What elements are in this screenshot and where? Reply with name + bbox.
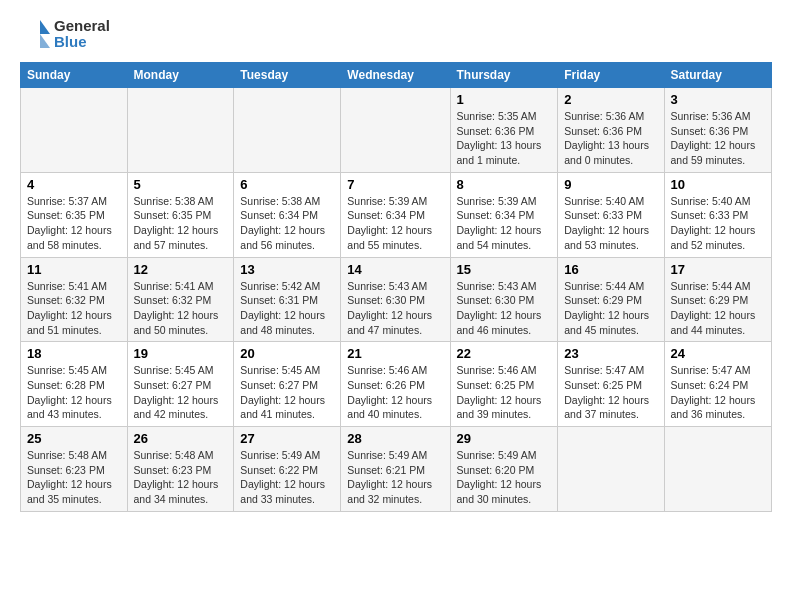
day-info: Sunrise: 5:41 AM Sunset: 6:32 PM Dayligh… — [27, 279, 121, 338]
day-info: Sunrise: 5:47 AM Sunset: 6:25 PM Dayligh… — [564, 363, 657, 422]
day-number: 24 — [671, 346, 765, 361]
day-number: 9 — [564, 177, 657, 192]
logo-text-general: General — [54, 18, 110, 35]
calendar-day-cell: 16Sunrise: 5:44 AM Sunset: 6:29 PM Dayli… — [558, 257, 664, 342]
day-info: Sunrise: 5:45 AM Sunset: 6:27 PM Dayligh… — [240, 363, 334, 422]
day-number: 14 — [347, 262, 443, 277]
calendar-day-cell: 24Sunrise: 5:47 AM Sunset: 6:24 PM Dayli… — [664, 342, 771, 427]
calendar-day-cell: 23Sunrise: 5:47 AM Sunset: 6:25 PM Dayli… — [558, 342, 664, 427]
calendar-day-cell: 1Sunrise: 5:35 AM Sunset: 6:36 PM Daylig… — [450, 88, 558, 173]
logo-icon — [20, 16, 52, 52]
calendar-week-row: 25Sunrise: 5:48 AM Sunset: 6:23 PM Dayli… — [21, 427, 772, 512]
day-number: 27 — [240, 431, 334, 446]
calendar-day-cell — [558, 427, 664, 512]
calendar-day-cell: 29Sunrise: 5:49 AM Sunset: 6:20 PM Dayli… — [450, 427, 558, 512]
calendar-day-cell: 8Sunrise: 5:39 AM Sunset: 6:34 PM Daylig… — [450, 172, 558, 257]
calendar-day-cell: 27Sunrise: 5:49 AM Sunset: 6:22 PM Dayli… — [234, 427, 341, 512]
day-number: 21 — [347, 346, 443, 361]
svg-marker-0 — [40, 20, 50, 34]
calendar-day-cell: 20Sunrise: 5:45 AM Sunset: 6:27 PM Dayli… — [234, 342, 341, 427]
day-number: 23 — [564, 346, 657, 361]
calendar-header-row: SundayMondayTuesdayWednesdayThursdayFrid… — [21, 63, 772, 88]
calendar-day-header: Wednesday — [341, 63, 450, 88]
calendar-day-cell: 25Sunrise: 5:48 AM Sunset: 6:23 PM Dayli… — [21, 427, 128, 512]
calendar-day-cell — [127, 88, 234, 173]
day-info: Sunrise: 5:47 AM Sunset: 6:24 PM Dayligh… — [671, 363, 765, 422]
day-info: Sunrise: 5:40 AM Sunset: 6:33 PM Dayligh… — [671, 194, 765, 253]
svg-marker-1 — [40, 34, 50, 48]
day-info: Sunrise: 5:49 AM Sunset: 6:20 PM Dayligh… — [457, 448, 552, 507]
day-info: Sunrise: 5:48 AM Sunset: 6:23 PM Dayligh… — [27, 448, 121, 507]
calendar-day-header: Thursday — [450, 63, 558, 88]
calendar-day-header: Tuesday — [234, 63, 341, 88]
calendar-day-cell: 21Sunrise: 5:46 AM Sunset: 6:26 PM Dayli… — [341, 342, 450, 427]
calendar-day-cell: 17Sunrise: 5:44 AM Sunset: 6:29 PM Dayli… — [664, 257, 771, 342]
day-info: Sunrise: 5:44 AM Sunset: 6:29 PM Dayligh… — [671, 279, 765, 338]
calendar-day-cell: 4Sunrise: 5:37 AM Sunset: 6:35 PM Daylig… — [21, 172, 128, 257]
day-info: Sunrise: 5:39 AM Sunset: 6:34 PM Dayligh… — [347, 194, 443, 253]
day-number: 15 — [457, 262, 552, 277]
day-info: Sunrise: 5:36 AM Sunset: 6:36 PM Dayligh… — [671, 109, 765, 168]
day-info: Sunrise: 5:49 AM Sunset: 6:22 PM Dayligh… — [240, 448, 334, 507]
calendar-week-row: 4Sunrise: 5:37 AM Sunset: 6:35 PM Daylig… — [21, 172, 772, 257]
calendar-day-cell: 9Sunrise: 5:40 AM Sunset: 6:33 PM Daylig… — [558, 172, 664, 257]
day-number: 18 — [27, 346, 121, 361]
calendar-day-cell — [664, 427, 771, 512]
day-info: Sunrise: 5:46 AM Sunset: 6:25 PM Dayligh… — [457, 363, 552, 422]
calendar-day-cell: 19Sunrise: 5:45 AM Sunset: 6:27 PM Dayli… — [127, 342, 234, 427]
day-info: Sunrise: 5:43 AM Sunset: 6:30 PM Dayligh… — [457, 279, 552, 338]
calendar-day-cell: 15Sunrise: 5:43 AM Sunset: 6:30 PM Dayli… — [450, 257, 558, 342]
calendar-day-cell: 11Sunrise: 5:41 AM Sunset: 6:32 PM Dayli… — [21, 257, 128, 342]
calendar-week-row: 18Sunrise: 5:45 AM Sunset: 6:28 PM Dayli… — [21, 342, 772, 427]
calendar-day-cell: 26Sunrise: 5:48 AM Sunset: 6:23 PM Dayli… — [127, 427, 234, 512]
day-info: Sunrise: 5:43 AM Sunset: 6:30 PM Dayligh… — [347, 279, 443, 338]
day-info: Sunrise: 5:40 AM Sunset: 6:33 PM Dayligh… — [564, 194, 657, 253]
day-number: 13 — [240, 262, 334, 277]
day-number: 16 — [564, 262, 657, 277]
calendar-day-header: Monday — [127, 63, 234, 88]
day-number: 10 — [671, 177, 765, 192]
day-info: Sunrise: 5:48 AM Sunset: 6:23 PM Dayligh… — [134, 448, 228, 507]
day-number: 5 — [134, 177, 228, 192]
calendar-day-cell: 10Sunrise: 5:40 AM Sunset: 6:33 PM Dayli… — [664, 172, 771, 257]
calendar-day-cell: 13Sunrise: 5:42 AM Sunset: 6:31 PM Dayli… — [234, 257, 341, 342]
logo: General Blue — [20, 16, 110, 52]
day-number: 2 — [564, 92, 657, 107]
page-header: General Blue — [20, 16, 772, 52]
calendar-week-row: 1Sunrise: 5:35 AM Sunset: 6:36 PM Daylig… — [21, 88, 772, 173]
day-info: Sunrise: 5:41 AM Sunset: 6:32 PM Dayligh… — [134, 279, 228, 338]
calendar-day-cell: 12Sunrise: 5:41 AM Sunset: 6:32 PM Dayli… — [127, 257, 234, 342]
calendar-week-row: 11Sunrise: 5:41 AM Sunset: 6:32 PM Dayli… — [21, 257, 772, 342]
day-info: Sunrise: 5:45 AM Sunset: 6:27 PM Dayligh… — [134, 363, 228, 422]
day-info: Sunrise: 5:42 AM Sunset: 6:31 PM Dayligh… — [240, 279, 334, 338]
day-number: 4 — [27, 177, 121, 192]
day-number: 1 — [457, 92, 552, 107]
day-info: Sunrise: 5:36 AM Sunset: 6:36 PM Dayligh… — [564, 109, 657, 168]
day-number: 17 — [671, 262, 765, 277]
day-number: 28 — [347, 431, 443, 446]
day-number: 22 — [457, 346, 552, 361]
calendar-day-header: Sunday — [21, 63, 128, 88]
day-number: 8 — [457, 177, 552, 192]
calendar-day-cell — [21, 88, 128, 173]
calendar-day-cell: 28Sunrise: 5:49 AM Sunset: 6:21 PM Dayli… — [341, 427, 450, 512]
day-info: Sunrise: 5:39 AM Sunset: 6:34 PM Dayligh… — [457, 194, 552, 253]
day-info: Sunrise: 5:46 AM Sunset: 6:26 PM Dayligh… — [347, 363, 443, 422]
calendar-day-cell: 22Sunrise: 5:46 AM Sunset: 6:25 PM Dayli… — [450, 342, 558, 427]
day-info: Sunrise: 5:35 AM Sunset: 6:36 PM Dayligh… — [457, 109, 552, 168]
day-info: Sunrise: 5:37 AM Sunset: 6:35 PM Dayligh… — [27, 194, 121, 253]
calendar-day-header: Friday — [558, 63, 664, 88]
day-info: Sunrise: 5:49 AM Sunset: 6:21 PM Dayligh… — [347, 448, 443, 507]
logo-text-blue: Blue — [54, 34, 110, 51]
day-number: 19 — [134, 346, 228, 361]
logo-container: General Blue — [20, 16, 110, 52]
calendar-day-cell: 5Sunrise: 5:38 AM Sunset: 6:35 PM Daylig… — [127, 172, 234, 257]
calendar-day-cell — [234, 88, 341, 173]
calendar-day-cell: 14Sunrise: 5:43 AM Sunset: 6:30 PM Dayli… — [341, 257, 450, 342]
day-info: Sunrise: 5:38 AM Sunset: 6:34 PM Dayligh… — [240, 194, 334, 253]
day-number: 29 — [457, 431, 552, 446]
calendar-day-cell: 18Sunrise: 5:45 AM Sunset: 6:28 PM Dayli… — [21, 342, 128, 427]
calendar-day-cell: 7Sunrise: 5:39 AM Sunset: 6:34 PM Daylig… — [341, 172, 450, 257]
calendar-body: 1Sunrise: 5:35 AM Sunset: 6:36 PM Daylig… — [21, 88, 772, 512]
day-number: 7 — [347, 177, 443, 192]
